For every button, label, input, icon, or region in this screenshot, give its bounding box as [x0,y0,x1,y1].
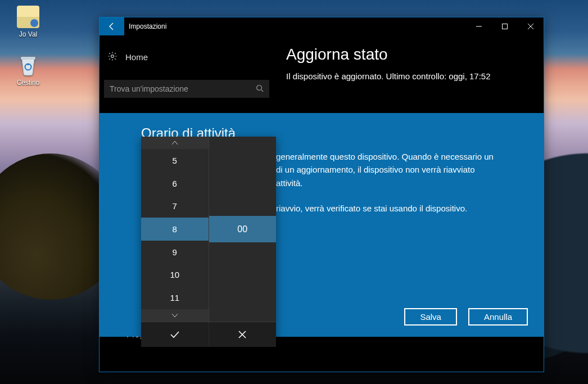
sidebar-item-home[interactable]: Home [104,47,269,67]
back-button[interactable] [99,17,124,35]
user-folder-icon [17,6,39,28]
picker-cancel-button[interactable] [209,322,277,347]
recycle-bin-icon [17,54,39,76]
picker-accept-button[interactable] [141,322,209,347]
scroll-up-button[interactable] [141,137,209,149]
titlebar: Impostazioni [99,17,544,35]
page-heading: Aggiorna stato [286,46,530,64]
hour-cells: 5 6 7 8 9 10 11 [141,149,209,309]
minute-column[interactable]: 00 [209,137,277,322]
panel-text-line: di un aggiornamento, il dispositivo non … [276,163,528,176]
window-title: Impostazioni [129,22,166,30]
save-button[interactable]: Salva [404,308,457,326]
panel-text-line: generalmente questo dispositivo. Quando … [276,150,528,163]
panel-text-line: riavvio, verrà verificato se stai usando… [276,202,528,215]
panel-body: generalmente questo dispositivo. Quando … [276,150,528,215]
hour-cell[interactable]: 9 [141,241,209,264]
svg-line-8 [261,89,264,92]
minimize-button[interactable] [466,17,492,35]
gear-icon [107,51,117,63]
cancel-button[interactable]: Annulla [468,308,528,326]
hour-cell[interactable]: 10 [141,264,209,287]
settings-window: Impostazioni Home Trova un'impostazione [99,17,544,372]
maximize-button[interactable] [492,17,518,35]
desktop-icon-label: Cestino [7,79,49,87]
scroll-down-button[interactable] [141,309,209,322]
hour-column[interactable]: 5 6 7 8 9 10 11 [141,137,209,322]
time-picker: 5 6 7 8 9 10 11 [141,137,276,347]
search-icon [256,84,264,94]
hour-cell[interactable]: 6 [141,172,209,195]
desktop-icon-user[interactable]: Jo Val [7,6,49,38]
hour-cell[interactable]: 5 [141,149,209,172]
desktop-icon-recycle-bin[interactable]: Cestino [7,54,49,87]
update-status-text: Il dispositivo è aggiornato. Ultimo cont… [286,71,530,81]
panel-text-line: attività. [276,177,528,189]
sidebar-item-label: Home [125,52,148,62]
window-buttons [466,17,544,35]
desktop-icon-label: Jo Val [7,30,49,38]
hour-cell[interactable]: 7 [141,195,209,218]
minute-pad-bottom [209,242,277,322]
search-placeholder: Trova un'impostazione [110,84,256,93]
active-hours-panel: Orario di attività generalmente questo d… [99,113,544,337]
minute-cell-selected[interactable]: 00 [209,216,277,242]
svg-point-6 [111,55,114,58]
hour-cell-selected[interactable]: 8 [141,218,209,241]
settings-search[interactable]: Trova un'impostazione [104,80,269,98]
svg-rect-3 [503,24,508,29]
svg-rect-0 [21,57,35,60]
hour-cell[interactable]: 11 [141,286,209,309]
svg-point-7 [257,85,262,90]
close-button[interactable] [518,17,544,35]
minute-pad-top [209,137,277,216]
